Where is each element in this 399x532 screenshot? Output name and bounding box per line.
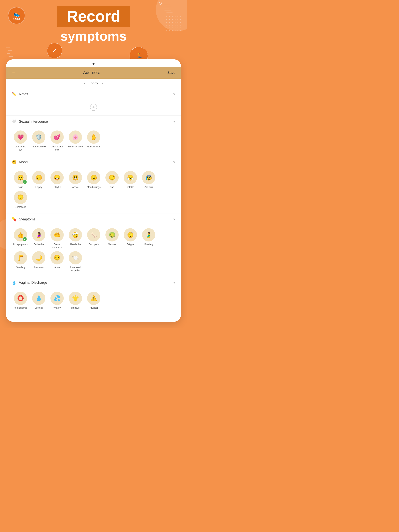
vaginal-discharge-section: 💧 Vaginal Discharge ∨ ⭕ No discharge 💧 S… xyxy=(6,277,181,314)
sad-label: Sad xyxy=(110,186,114,189)
mood-swings-label: Mood swings xyxy=(87,186,101,189)
tablet-card: ← Add note Save ‹ Today › ✏️ Notes ∨ + 🤍… xyxy=(6,59,181,322)
list-item[interactable]: 🤲 Breast soreness xyxy=(48,228,66,249)
notes-chevron-icon: ∨ xyxy=(173,92,175,96)
vaginal-discharge-left: 💧 Vaginal Discharge xyxy=(12,280,47,285)
list-item[interactable]: 🌟 Mucous xyxy=(67,292,84,310)
atypical-circle: ⚠️ xyxy=(87,292,100,305)
symptoms-section-header[interactable]: 💊 Symptoms ∨ xyxy=(12,213,175,225)
breast-soreness-circle: 🤲 xyxy=(51,228,64,241)
list-item[interactable]: 🫃 Bloating xyxy=(140,228,157,249)
list-item[interactable]: 👍 ✓ No symptoms xyxy=(12,228,29,249)
notes-section-title: Notes xyxy=(19,92,28,96)
list-item[interactable]: 😴 Fatigue xyxy=(122,228,139,249)
list-item[interactable]: 🤕 Headache xyxy=(67,228,84,249)
list-item[interactable]: 😤 Irritable xyxy=(122,171,139,189)
notch-dot xyxy=(93,63,95,65)
symptoms-section-title: Symptoms xyxy=(19,217,35,222)
insomnia-circle: 🌙 xyxy=(32,251,45,265)
no-discharge-label: No discharge xyxy=(14,306,27,310)
back-pain-circle: 🦴 xyxy=(87,228,100,241)
list-item[interactable]: 💕 Unprotected sex xyxy=(48,130,66,151)
mood-icon: 😊 xyxy=(12,160,17,164)
add-note-title: Add note xyxy=(83,70,100,75)
masturbation-circle: ✋ xyxy=(87,130,100,144)
anxious-label: Anxious xyxy=(145,186,153,189)
list-item[interactable]: 💦 Watery xyxy=(48,292,66,310)
no-symptoms-label: No symptoms xyxy=(13,243,27,246)
atypical-label: Atypical xyxy=(90,306,98,310)
symptoms-chevron-icon: ∨ xyxy=(173,217,175,221)
depressed-label: Depressed xyxy=(15,206,26,209)
bloating-circle: 🫃 xyxy=(142,228,155,241)
check-circle-icon: ✓ xyxy=(52,47,57,54)
sexual-intercourse-title: Sexual intercourse xyxy=(19,120,48,124)
notes-section-header[interactable]: ✏️ Notes ∨ xyxy=(12,88,175,100)
list-item[interactable]: ⭕ No discharge xyxy=(12,292,29,310)
vaginal-discharge-title: Vaginal Discharge xyxy=(19,281,47,285)
list-item[interactable]: 💧 Spotting xyxy=(30,292,48,310)
list-item[interactable]: 🛡️ Protected sex xyxy=(30,130,48,151)
list-item[interactable]: ⚠️ Atypical xyxy=(85,292,103,310)
mood-section-header[interactable]: 😊 Mood ∨ xyxy=(12,156,175,168)
mood-chevron-icon: ∨ xyxy=(173,160,175,164)
list-item[interactable]: 💗 Didn't have sex xyxy=(12,130,29,151)
date-next-button[interactable]: › xyxy=(102,82,103,85)
list-item[interactable]: 😕 Mood swings xyxy=(85,171,103,189)
calm-label: Calm xyxy=(18,186,23,189)
symptoms-grid: 👍 ✓ No symptoms 🤰 Bellyache 🤲 Breast sor… xyxy=(12,225,175,277)
depressed-circle: 😞 xyxy=(14,191,27,204)
top-bar: ← Add note Save xyxy=(6,67,181,79)
add-note-button[interactable]: + xyxy=(90,104,97,111)
list-item[interactable]: 😰 Anxious xyxy=(140,171,157,189)
sexual-intercourse-header[interactable]: 🤍 Sexual intercourse ∨ xyxy=(12,116,175,127)
watery-label: Watery xyxy=(53,306,61,310)
mood-section-left: 😊 Mood xyxy=(12,160,28,164)
symptoms-section-left: 💊 Symptoms xyxy=(12,217,35,222)
save-button[interactable]: Save xyxy=(167,71,175,75)
list-item[interactable]: 😌 ✓ Calm xyxy=(12,171,29,189)
list-item[interactable]: 😄 Playful xyxy=(48,171,66,189)
title-block: Record symptoms xyxy=(8,6,179,44)
symptoms-section: 💊 Symptoms ∨ 👍 ✓ No symptoms 🤰 Bellyache… xyxy=(6,213,181,277)
date-prev-button[interactable]: ‹ xyxy=(84,82,85,85)
sexual-intercourse-left: 🤍 Sexual intercourse xyxy=(12,119,48,124)
sexual-intercourse-chevron-icon: ∨ xyxy=(173,120,175,123)
calm-circle: 😌 ✓ xyxy=(14,171,27,184)
header: 👟 12654 Record symptoms ✓ 🏃 xyxy=(0,0,187,48)
playful-circle: 😄 xyxy=(51,171,64,184)
headache-label: Headache xyxy=(70,243,81,246)
list-item[interactable]: 🍽️ Increased Appetite xyxy=(67,251,84,272)
list-item[interactable]: 😔 Sad xyxy=(103,171,121,189)
list-item[interactable]: 🤢 Nausea xyxy=(103,228,121,249)
mood-grid: 😌 ✓ Calm 😊 Happy 😄 Playful 😃 Active 😕 Mo… xyxy=(12,168,175,213)
list-item[interactable]: 😃 Active xyxy=(67,171,84,189)
vaginal-discharge-chevron-icon: ∨ xyxy=(173,281,175,285)
calm-check-badge: ✓ xyxy=(23,180,27,184)
back-button[interactable]: ← xyxy=(12,70,16,75)
mood-swings-circle: 😕 xyxy=(87,171,100,184)
vaginal-discharge-header[interactable]: 💧 Vaginal Discharge ∨ xyxy=(12,277,175,289)
sexual-intercourse-grid: 💗 Didn't have sex 🛡️ Protected sex 💕 Unp… xyxy=(12,127,175,156)
list-item[interactable]: 🦵 Swelling xyxy=(12,251,29,272)
list-item[interactable]: 🤰 Bellyache xyxy=(30,228,48,249)
symptoms-icon: 💊 xyxy=(12,217,17,222)
list-item[interactable]: 🌙 Insomnia xyxy=(30,251,48,272)
unprotected-sex-label: Unprotected sex xyxy=(49,145,65,151)
list-item[interactable]: 😖 Acne xyxy=(48,251,66,272)
spotting-circle: 💧 xyxy=(32,292,45,305)
list-item[interactable]: 🌸 High sex drive xyxy=(67,130,84,151)
increased-appetite-label: Increased Appetite xyxy=(68,266,83,272)
list-item[interactable]: 😞 Depressed xyxy=(12,191,29,209)
no-sex-label: Didn't have sex xyxy=(13,145,28,151)
list-item[interactable]: ✋ Masturbation xyxy=(85,130,103,151)
list-item[interactable]: 😊 Happy xyxy=(30,171,48,189)
anxious-circle: 😰 xyxy=(142,171,155,184)
bellyache-circle: 🤰 xyxy=(32,228,45,241)
mucous-label: Mucous xyxy=(71,306,79,310)
list-item[interactable]: 🦴 Back pain xyxy=(85,228,103,249)
deco-lines-left xyxy=(6,43,18,58)
back-pain-label: Back pain xyxy=(89,243,99,246)
vaginal-discharge-icon: 💧 xyxy=(12,280,17,285)
protected-sex-circle: 🛡️ xyxy=(32,130,45,144)
